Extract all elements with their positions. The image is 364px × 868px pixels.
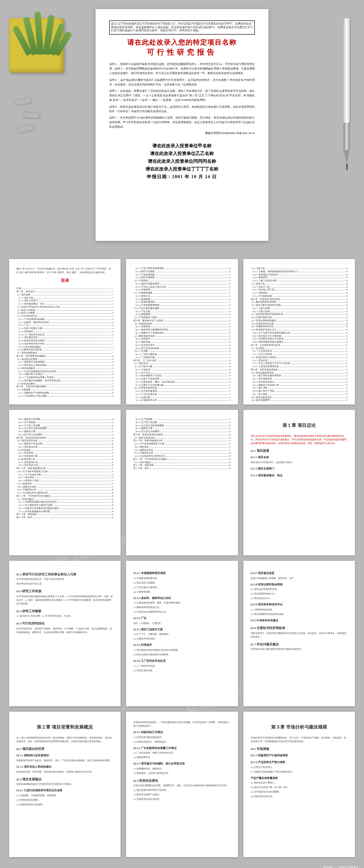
toc-entry: §10.2 财务评价27 <box>16 483 113 486</box>
toc-list-4: §8.3.1 建设单位管理费23 §8.3.2 生产筹备费23 §8.3.3 生… <box>16 418 113 519</box>
toc-entry: §10.5 社会效益和社会影响分析28 <box>133 455 230 458</box>
instruction-2: 说明４：由于项目类别属性与各的不关实践图与打印投置用大，这回是对各布投过，恐于各… <box>109 78 255 87</box>
body-line: (2) 试制样品的设计、检测及鉴定。 <box>133 740 230 744</box>
toc-entry: §3.4.2 建设规模12 <box>133 313 230 316</box>
instruction-4: 说明６：财务表直目体应的以表格入然款自产品，必须再加入研究。考虑到您的日地点进行… <box>109 105 255 114</box>
toc-entry: §8.3 项目实施费用23 <box>251 399 348 402</box>
investor-unit-1: 请在此改录入投资单位甲名称 <box>109 142 255 150</box>
toc-entry: 第１０章 财务与敏感性分析27 <box>133 439 230 443</box>
toc-entry: §4.2.1 自然条件13 <box>133 338 230 341</box>
ch2-title: 第２章 项目背景和发展概况 <box>16 723 113 731</box>
body-line: (1) 项目总投资构成及原则。 <box>251 588 348 591</box>
toc-entry: §8.3.6 其它应支付的费用23 <box>133 430 230 434</box>
sec-1-1-3: §1.1.3 项目建设概况、地点 <box>251 474 348 478</box>
body-line: (1) 厂址初步勘测、测量工作的基本内容。 <box>133 751 230 755</box>
thumb-toc-page-2: §3.1.3 产品产量及销售量调查10 §3.1.4 替代产品调查10 §3.1… <box>126 259 238 404</box>
body-line: (2) 主要技术经济指标。 <box>133 637 230 641</box>
toc-entry: 第１２章 财务报表30 <box>16 513 113 516</box>
body-line: (1) 已有生产能力统计。 <box>251 766 348 769</box>
toc-entry: §3.1.3 产品产量及销售量调查10 <box>133 267 230 270</box>
sec-2-1-1: §2.1.1 国家或行业发展规划 <box>16 753 113 758</box>
thumb-page-8: §1.5.1 市场预测和项目规模 (1) 市场需求量简要分析。(2) 项目拟定计… <box>126 561 238 706</box>
body-line: (1) 主要原材料的种类、规格、年需求量及来源。 <box>133 601 230 605</box>
revision-signoff: 重修订专用于WORD2000 作者 2001-10-10 <box>109 131 255 135</box>
toc-entry: §4.3.1 厂址多方案比较14 <box>133 353 230 356</box>
sec-1-5-1: §1.5.1 市场预测和项目规模 <box>133 571 230 576</box>
toc-entry: §5.1 项目组成16 <box>133 362 230 365</box>
toc-entry: §8.1.2 资金筹集安排22 <box>251 378 348 381</box>
thumb-page-ch1b: §1.2 承担可行性研究工作的单位和法人代表 本可行性研究承担单位是：可研专业软… <box>9 561 121 706</box>
body-line: (1) 生产工艺、主要设备、建筑面积。 <box>133 633 230 636</box>
toc-entry: §6.5 环境监测制度的建议20 <box>251 319 348 323</box>
toc-entry: §3.5 产品销售收入预测12 <box>133 316 230 319</box>
toc-entry: 第９章 投资估算与资金筹措24 <box>133 434 230 437</box>
toc-entry: 第８章 项目实施进度安排22 <box>251 369 348 372</box>
toc-entry: §1.7 存在问题及建议7 <box>16 352 113 355</box>
toc-entry: §7.2 劳动定员和人员培训21 <box>251 356 348 359</box>
toc-entry: §4.1.3 需要作生产试验的原料13 <box>133 332 230 335</box>
investor-unit-4: 请在此改录入投资单位丁丁丁丁名称 <box>109 165 255 173</box>
sec-1-5-9: §1.5.9 项目财务和经济评论 <box>251 603 348 607</box>
toc-entry: §8.3.4 办公和生活家具购置费23 <box>16 427 113 430</box>
sec-1-5-4: §1.5.4 项目工程技术方案 <box>133 628 230 632</box>
sec-2-1-2: §2.1.2 项目发起人和发起缘由 <box>16 765 113 769</box>
body-line: (1) 国内近年来产量统计。 <box>251 781 348 785</box>
cover-page: 提示: 以下所有标题和其它文字的修改和打字都请人们，对分别适应与问题自己有变通实… <box>96 9 268 241</box>
toc-entry: §3.1.1 拟建项目产出物用途调查10 <box>16 392 113 395</box>
sec-1-5-7: §1.5.7 项目建设进度 <box>251 571 348 576</box>
instruction-1: 说明１：复制时可以鼠标只健单击本框的边框，把本框剪切删除即说明２：本文档文质文言… <box>109 62 255 76</box>
ch3-title: 第３章 市场分析与建设规模 <box>251 723 348 731</box>
page-thumbnails-grid: 建议: 在 WORD 中，可以待全部编好后，再填单此单"目录"之后"目"之后的"… <box>5 259 359 868</box>
toc-entry: §5.3 总平面布置和运输17 <box>133 387 230 390</box>
toc-entry: §5.3.2 厂内外运输方案17 <box>133 393 230 396</box>
body-line: (3) 产品方案与主要指标。 <box>133 586 230 589</box>
toc-entry: §9.2.2 项目筹资方案25 <box>16 455 113 458</box>
toc-entry: §9.3.2 借款偿还计划26 <box>16 464 113 467</box>
sec-1-5: §1.5 可行性研究结论 <box>16 621 113 626</box>
sec-1-1-2: §1.1.2 项目主管部门 <box>251 467 348 471</box>
toc-entry: §10.4 不确定性分析28 <box>133 452 230 455</box>
thumb-chapter-2: 第２章 项目背景和发展概况 这一部分主要说明项目的发起过程，提出的理由、前期工作… <box>9 712 121 857</box>
toc-entry: §5.3.4 占地面积及分析17 <box>133 399 230 402</box>
toc-entry: §9.1.1 固定资产投资总额24 <box>16 443 113 446</box>
toc-entry: §8.3.6 其它应支付的费用23 <box>16 434 113 437</box>
toc-entry: 第３章 市场分析与建设规模10 <box>16 385 113 389</box>
body-line: (1) 工厂组织形式简述。 <box>133 664 230 668</box>
body-line: (3) 水电等动力的需量及供应方式。 <box>133 610 230 614</box>
toc-entry: 第１３章 附件34 <box>133 467 230 470</box>
toc-entry: 第２章 项目背景和发展概况8 <box>16 355 113 358</box>
body-line: (2) 审批情况、主管部门的审批意见。 <box>133 772 230 775</box>
toc-entry: §11.1.1 对推荐的拟建方案的结论性意见29 <box>16 501 113 504</box>
body-line: (3) 试验所取得的主要成果。 <box>16 803 113 807</box>
toc-entry: §1.5.1 产品定展和目标规模6 <box>16 318 113 321</box>
toc-entry: §1.5 可行性研究结论6 <box>16 315 113 318</box>
sec-2-3: §2.3 投资的必要性 <box>133 778 230 783</box>
thumb-chapter-1: 第１章 项目总论 项目总论作为可行性研究报告的首要部分，要综合叙述研究报告中各部… <box>243 410 355 555</box>
toc-entry: §10.1.3 销售收入估算27 <box>16 479 113 483</box>
toc-entry: §1.1 项目提要5 <box>16 294 113 297</box>
body-line: (1) 通过资源合理利用与产品升级。 <box>133 788 230 792</box>
toc-entry: 第１２章 财务报表30 <box>133 464 230 467</box>
toc-entry: §8.3.5 勘察设计费23 <box>16 430 113 434</box>
toc-entry: §2.2.4 项目建议书的编制、提出及审批过程9 <box>16 379 113 383</box>
toc-entry: §4.3.2 厂址推荐方案15 <box>133 356 230 359</box>
toc-entry: 第１章 项目总论5 <box>16 290 113 294</box>
sec-1-5-6: §1.5.6 工厂组织及劳动定员 <box>133 659 230 663</box>
toc-entry: §8.3.3 生产职工培训费23 <box>133 421 230 424</box>
thumb-page-9: §1.5.7 项目建设进度 进度计划基建施工的周期、投料试车、达产。 §1.5.… <box>243 561 355 706</box>
toc-entry: §1.5.8 投资估算和资金筹措7 <box>16 339 113 343</box>
desk-plant-decoration <box>5 5 68 68</box>
toc-entry: §6.8 劳动保护与安全卫生20 <box>251 329 348 332</box>
sec-1-5-2: §1.5.2 原材料、燃料和动力供应 <box>133 596 230 601</box>
sec-2-2: §2.2 项目发展概况 <box>16 777 113 782</box>
toc-entry: §6.8.4 消防措施和设施方案建议20 <box>251 341 348 344</box>
body-line: (3) 市场竞争的地位与前景。 <box>133 798 230 801</box>
sec-2-2-1: §2.2.1 已进行的调查研究项目及其成果 <box>16 788 113 793</box>
thumb-toc-page-5: §8.3.2 生产筹备费23 §8.3.3 生产职工培训费23 §8.3.4 办… <box>126 410 238 555</box>
toc-entry: §3.3 市场推销战略11 <box>133 292 230 295</box>
toc-entry: §3.1.6 国外市场调查10 <box>133 276 230 279</box>
toc-entry: §3.1 市场调查10 <box>16 389 113 392</box>
sec-2-2-2: §2.2.2 试验试制工作情况 <box>133 730 230 735</box>
body-line: (1) 主要财务效益指标。 <box>251 608 348 612</box>
toc-entry: §5.5.2 动力及公用工程18 <box>251 289 348 292</box>
